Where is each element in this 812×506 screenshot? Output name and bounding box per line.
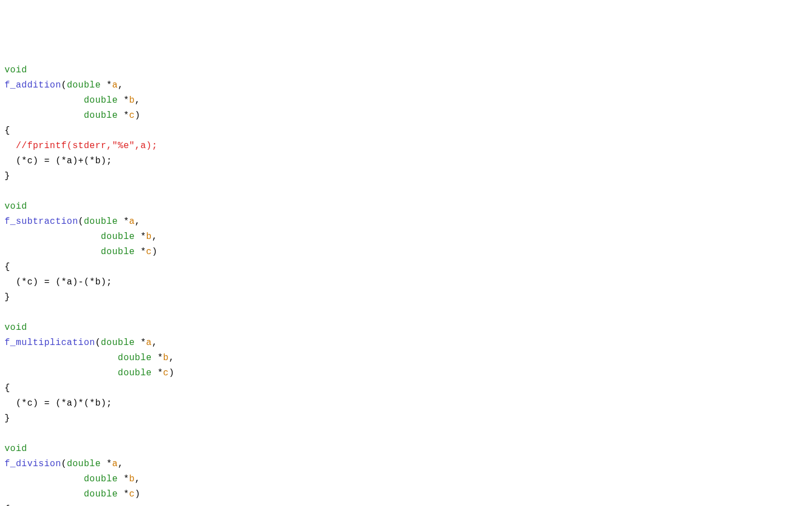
- brace-close: }: [4, 171, 10, 181]
- return-type: void: [4, 444, 27, 454]
- body-line: (*c) = (*a)*(*b);: [4, 398, 112, 408]
- code-block: void f_addition(double *a, double *b, do…: [4, 63, 808, 506]
- paren-open: (: [95, 338, 101, 348]
- comma: ,: [135, 474, 140, 484]
- function-name-multiplication: f_multiplication: [4, 338, 95, 348]
- comma: ,: [152, 232, 158, 242]
- indent: [4, 111, 84, 121]
- param-type: double: [101, 247, 135, 257]
- param-var: b: [163, 353, 169, 363]
- pointer: *: [101, 80, 112, 90]
- param-type: double: [67, 80, 101, 90]
- param-type: double: [118, 353, 152, 363]
- pointer: *: [118, 474, 129, 484]
- body-line: (*c) = (*a)+(*b);: [4, 156, 112, 166]
- paren-open: (: [78, 217, 84, 227]
- indent: [4, 474, 84, 484]
- comma: ,: [118, 80, 123, 90]
- comma: ,: [118, 459, 123, 469]
- return-type: void: [4, 65, 27, 75]
- param-type: double: [84, 111, 118, 121]
- indent: [4, 95, 84, 105]
- param-type: double: [101, 232, 135, 242]
- param-var: b: [129, 95, 135, 105]
- param-type: double: [67, 459, 101, 469]
- pointer: *: [118, 95, 129, 105]
- param-type: double: [118, 368, 152, 378]
- pointer: *: [135, 232, 146, 242]
- paren-close: ): [135, 489, 140, 499]
- brace-open: {: [4, 126, 10, 136]
- pointer: *: [118, 217, 129, 227]
- return-type: void: [4, 323, 27, 333]
- brace-close: }: [4, 292, 10, 302]
- return-type: void: [4, 201, 27, 211]
- function-name-division: f_division: [4, 459, 61, 469]
- body-line: (*c) = (*a)-(*b);: [4, 277, 112, 287]
- pointer: *: [135, 247, 146, 257]
- brace-open: {: [4, 383, 10, 393]
- paren-close: ): [169, 368, 174, 378]
- paren-open: (: [61, 80, 67, 90]
- param-var: c: [163, 368, 169, 378]
- indent: [4, 489, 84, 499]
- indent: [4, 368, 118, 378]
- indent: [4, 247, 101, 257]
- indent: [4, 353, 118, 363]
- brace-open: {: [4, 262, 10, 272]
- pointer: *: [152, 353, 163, 363]
- param-var: c: [129, 489, 135, 499]
- brace-close: }: [4, 413, 10, 424]
- comma: ,: [169, 353, 174, 363]
- param-type: double: [84, 217, 118, 227]
- param-type: double: [84, 474, 118, 484]
- param-var: b: [146, 232, 152, 242]
- param-var: b: [129, 474, 135, 484]
- param-type: double: [84, 489, 118, 499]
- comma: ,: [152, 338, 158, 348]
- param-var: c: [146, 247, 152, 257]
- pointer: *: [152, 368, 163, 378]
- pointer: *: [101, 459, 112, 469]
- pointer: *: [118, 111, 129, 121]
- function-name-subtraction: f_subtraction: [4, 217, 78, 227]
- param-var: a: [129, 217, 135, 227]
- pointer: *: [135, 338, 146, 348]
- param-type: double: [84, 95, 118, 105]
- paren-close: ): [135, 111, 140, 121]
- param-var: c: [129, 111, 135, 121]
- comment-line: //fprintf(stderr,"%e",a);: [4, 141, 158, 151]
- paren-close: ): [152, 247, 158, 257]
- param-var: a: [146, 338, 152, 348]
- comma: ,: [135, 95, 140, 105]
- comma: ,: [135, 217, 140, 227]
- pointer: *: [118, 489, 129, 499]
- function-name-addition: f_addition: [4, 80, 61, 90]
- indent: [4, 232, 101, 242]
- param-type: double: [101, 338, 135, 348]
- paren-open: (: [61, 459, 67, 469]
- param-var: a: [112, 80, 118, 90]
- param-var: a: [112, 459, 118, 469]
